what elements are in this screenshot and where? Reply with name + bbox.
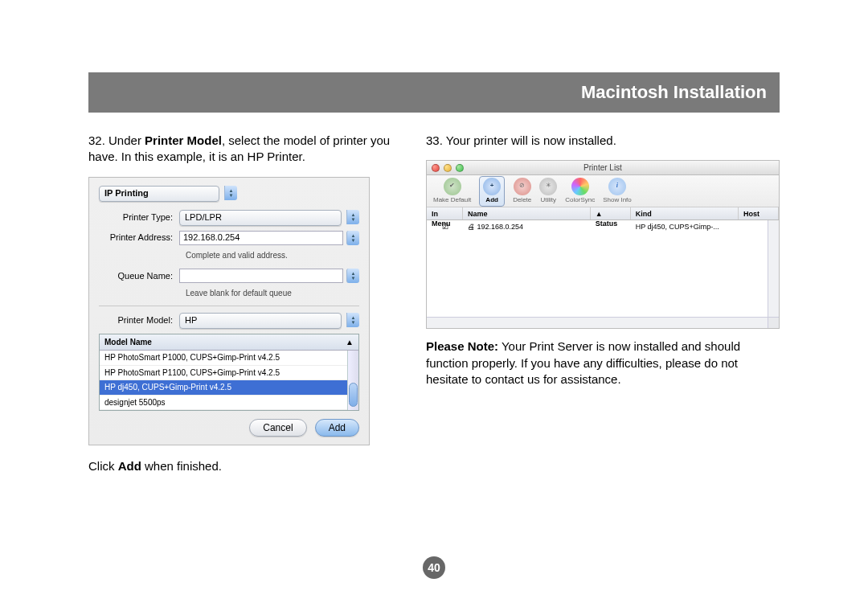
- window-titlebar[interactable]: Printer List: [427, 161, 779, 175]
- click-add-text: Click Add when finished.: [88, 458, 402, 474]
- queue-hint: Leave blank for default queue: [186, 288, 359, 299]
- colorsync-icon: [571, 178, 589, 195]
- step-33-num: 33.: [426, 133, 443, 147]
- printer-model-value: HP: [179, 313, 342, 329]
- model-row[interactable]: designjet 5500ps: [100, 396, 358, 411]
- show-info-button[interactable]: i Show Info: [603, 178, 632, 205]
- printer-list-window: Printer List ✔ Make Default + Add ⊘ Dele…: [426, 160, 780, 329]
- colorsync-button[interactable]: ColorSync: [565, 178, 595, 205]
- printer-status-cell: [591, 222, 631, 232]
- ip-printing-dialog: IP Printing Printer Type: LPD/LPR Printe…: [88, 177, 370, 446]
- step-32-num: 32.: [88, 133, 105, 147]
- page-number: 40: [0, 556, 868, 579]
- make-default-button[interactable]: ✔ Make Default: [433, 178, 471, 205]
- please-note-text: Please Note: Your Print Server is now in…: [426, 338, 780, 388]
- checkmark-icon: ✔: [444, 178, 461, 195]
- chevron-updown-icon: [224, 186, 237, 200]
- cancel-button[interactable]: Cancel: [249, 419, 306, 437]
- col-kind[interactable]: Kind: [631, 207, 739, 219]
- printer-row[interactable]: ☑ 🖨 192.168.0.254 HP dj450, CUPS+Gimp-..…: [427, 220, 779, 233]
- delete-icon: ⊘: [514, 178, 531, 195]
- model-name-list[interactable]: Model Name ▲ HP PhotoSmart P1000, CUPS+G…: [99, 334, 359, 412]
- info-icon: i: [608, 178, 626, 195]
- toolbar: ✔ Make Default + Add ⊘ Delete ✳ Utility: [427, 175, 779, 207]
- queue-name-input[interactable]: [179, 269, 343, 283]
- printer-kind-cell: HP dj450, CUPS+Gimp-...: [631, 222, 739, 232]
- model-row-selected[interactable]: HP dj450, CUPS+Gimp-Print v4.2.5: [100, 380, 358, 396]
- address-hint: Complete and valid address.: [186, 250, 359, 261]
- gear-icon: ✳: [539, 178, 557, 195]
- chevron-updown-icon: [346, 313, 359, 327]
- column-headers: In Menu Name ▲ Status Kind Host: [427, 207, 779, 220]
- scrollbar-vertical[interactable]: [768, 220, 779, 317]
- col-name[interactable]: Name: [463, 207, 591, 219]
- printer-model-select[interactable]: HP: [179, 313, 359, 329]
- scrollbar-horizontal[interactable]: [427, 317, 768, 328]
- divider: [99, 306, 359, 306]
- model-list-header: Model Name ▲: [100, 334, 358, 351]
- toolbar-add-button[interactable]: + Add: [479, 176, 505, 207]
- chevron-updown-icon: [346, 210, 359, 224]
- printer-type-value: LPD/LPR: [179, 210, 342, 226]
- sort-indicator-icon: ▲: [346, 337, 354, 348]
- left-column: 32. Under Printer Model, select the mode…: [88, 133, 402, 474]
- scrollbar-vertical[interactable]: [347, 351, 358, 411]
- scroll-thumb[interactable]: [349, 383, 358, 407]
- col-status[interactable]: ▲ Status: [591, 207, 631, 219]
- col-in-menu[interactable]: In Menu: [427, 207, 463, 219]
- header-title: Macintosh Installation: [581, 82, 767, 103]
- model-row[interactable]: HP PhotoSmart P1000, CUPS+Gimp-Print v4.…: [100, 351, 358, 366]
- delete-button[interactable]: ⊘ Delete: [513, 178, 531, 205]
- printer-type-select[interactable]: LPD/LPR: [179, 210, 359, 226]
- queue-name-label: Queue Name:: [99, 270, 179, 282]
- step-33-text: 33. Your printer will is now installed.: [426, 133, 780, 149]
- printer-address-input[interactable]: 192.168.0.254: [179, 231, 343, 245]
- page-header: Macintosh Installation: [88, 72, 780, 113]
- printer-model-label: Printer Model:: [99, 314, 179, 326]
- add-button[interactable]: Add: [315, 419, 359, 437]
- model-row[interactable]: HP PhotoSmart P1100, CUPS+Gimp-Print v4.…: [100, 366, 358, 381]
- utility-button[interactable]: ✳ Utility: [539, 178, 557, 205]
- in-menu-checkbox[interactable]: ☑: [427, 222, 463, 232]
- plus-icon: +: [483, 178, 501, 195]
- stepper-icon[interactable]: [346, 231, 359, 245]
- step-32-text: 32. Under Printer Model, select the mode…: [88, 133, 402, 166]
- right-column: 33. Your printer will is now installed. …: [426, 133, 780, 474]
- window-title: Printer List: [427, 162, 779, 174]
- resize-grip-icon[interactable]: [768, 317, 779, 328]
- mode-select-value: IP Printing: [99, 186, 219, 202]
- stepper-icon[interactable]: [346, 269, 359, 283]
- mode-select[interactable]: IP Printing: [99, 186, 359, 202]
- printer-type-label: Printer Type:: [99, 211, 179, 224]
- col-host[interactable]: Host: [739, 207, 779, 219]
- printer-name-cell: 🖨 192.168.0.254: [463, 222, 591, 232]
- printer-address-label: Printer Address:: [99, 232, 179, 244]
